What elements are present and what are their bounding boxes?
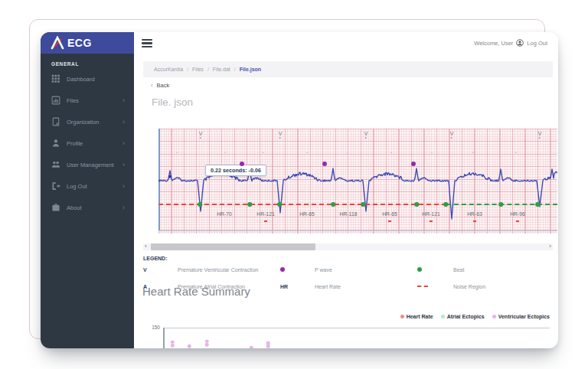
sidebar-item-label: About xyxy=(67,204,122,211)
y-axis-tick-150: 150 xyxy=(146,325,160,330)
sidebar-item-files[interactable]: Files› xyxy=(41,90,134,111)
page-title: File. json xyxy=(152,96,193,108)
p-wave-marker-dot xyxy=(322,162,327,166)
breadcrumb-separator: / xyxy=(187,67,188,72)
chevron-right-icon: › xyxy=(122,162,125,168)
scrollbar-thumb[interactable] xyxy=(151,243,315,250)
chevron-left-icon: ‹ xyxy=(151,82,153,89)
chevron-right-icon: › xyxy=(122,97,125,104)
logout-link[interactable]: Log Out xyxy=(527,40,547,47)
logout-icon xyxy=(51,181,60,191)
breadcrumb-item[interactable]: Files xyxy=(192,67,204,72)
ecg-strip-chart[interactable]: 0.22 seconds: -0.06 VVVVVHR-70HR-121HR-6… xyxy=(158,129,557,233)
summary-legend-label: Ventricular Ectopics xyxy=(498,314,550,319)
scroll-left-icon[interactable]: ‹ xyxy=(145,243,147,250)
user-avatar-icon[interactable] xyxy=(516,39,524,47)
time-tick-dot xyxy=(472,152,474,153)
breadcrumb-item[interactable]: File.dat xyxy=(213,67,230,72)
user-area: Welcome, User Log Out xyxy=(474,39,547,47)
beat-marker-dot xyxy=(331,202,335,207)
pvc-v-marker: V xyxy=(199,131,203,139)
sidebar-item-log-out[interactable]: Log Out› xyxy=(41,175,134,197)
back-label: Back xyxy=(157,82,170,89)
ventricular-ectopic-point xyxy=(171,344,175,348)
legend-text: Beat xyxy=(453,267,464,273)
chevron-right-icon: › xyxy=(122,140,125,147)
summary-legend-label: Heart Rate xyxy=(407,314,433,319)
time-tick-dot xyxy=(224,152,226,153)
summary-gridline xyxy=(163,328,550,328)
ventricular-ectopic-point xyxy=(266,341,270,345)
noise-region-legend-dash xyxy=(417,286,428,287)
hr-label: HR-70 xyxy=(217,211,232,217)
beat-marker-dot xyxy=(498,202,503,207)
ventricular-ectopic-point xyxy=(250,346,253,348)
ecg-waveform xyxy=(158,129,557,233)
hamburger-menu-icon[interactable] xyxy=(142,39,152,49)
p-wave-marker-dot xyxy=(240,162,244,166)
chevron-right-icon: › xyxy=(122,119,125,126)
noise-subtick xyxy=(430,220,433,222)
time-tick-dot xyxy=(431,152,433,153)
noise-subtick xyxy=(264,220,267,222)
hr-label: HR-65 xyxy=(299,211,315,217)
organization-icon xyxy=(51,117,60,126)
noise-subtick xyxy=(388,220,391,222)
sidebar-item-profile[interactable]: Profile› xyxy=(41,132,134,154)
legend-title: LEGEND: xyxy=(143,256,168,261)
beat-legend-dot xyxy=(417,267,422,272)
beat-marker-dot xyxy=(361,202,365,207)
beat-marker-dot xyxy=(277,202,282,207)
scroll-right-icon[interactable]: › xyxy=(549,243,551,250)
summary-legend-dot xyxy=(492,315,496,318)
time-tick-dot xyxy=(263,152,264,153)
sidebar-item-dashboard[interactable]: Dashboard xyxy=(41,68,134,90)
hr-label: HR-65 xyxy=(382,211,397,217)
sidebar-item-label: Organization xyxy=(67,119,122,126)
sidebar-items: DashboardFiles›Organization›Profile›User… xyxy=(41,68,134,218)
logo-lambda-icon xyxy=(50,36,67,50)
ventricular-ectopic-point xyxy=(266,345,270,348)
hr-label: HR-121 xyxy=(256,211,274,217)
breadcrumb-active: File.json xyxy=(240,67,261,72)
hr-label: HR-118 xyxy=(340,211,358,217)
breadcrumb-separator: / xyxy=(207,67,209,72)
measurement-tooltip: 0.22 seconds: -0.06 xyxy=(205,165,266,176)
beat-marker-dot xyxy=(414,202,419,207)
sidebar-item-label: Files xyxy=(67,97,122,104)
summary-legend-item[interactable]: Atrial Ectopics xyxy=(441,314,485,319)
breadcrumb-item[interactable]: AccurKardia xyxy=(154,67,183,72)
legend-text: Noise Region xyxy=(453,284,485,289)
sidebar-section-label: GENERAL xyxy=(51,61,134,67)
sidebar-item-user-management[interactable]: User Management› xyxy=(41,154,134,175)
legend-text: P wave xyxy=(315,267,417,273)
topbar: Welcome, User Log Out xyxy=(134,32,558,55)
dashboard-grid-icon xyxy=(51,74,60,83)
ventricular-ectopic-point xyxy=(205,343,209,347)
ventricular-ectopic-point xyxy=(188,345,191,348)
breadcrumb: AccurKardia/Files/File.dat/File.json xyxy=(143,61,553,77)
sidebar-item-label: Log Out xyxy=(67,183,122,190)
hr-label: HR-96 xyxy=(510,211,525,217)
back-button[interactable]: ‹Back xyxy=(151,82,169,89)
time-tick-dot xyxy=(515,152,517,153)
hr-label: HR-63 xyxy=(467,211,482,217)
sidebar-item-label: Profile xyxy=(67,140,122,147)
summary-legend-item[interactable]: Heart Rate xyxy=(400,314,433,319)
heart-rate-summary-title: Heart Rate Summary xyxy=(142,285,250,298)
summary-legend-item[interactable]: Ventricular Ectopics xyxy=(492,314,550,319)
horizontal-scrollbar[interactable]: ‹ › xyxy=(143,243,553,250)
pvc-v-marker: V xyxy=(538,131,542,139)
beat-marker-dot xyxy=(535,202,540,207)
sidebar-item-label: User Management xyxy=(67,162,122,168)
sidebar: ECG GENERAL DashboardFiles›Organization›… xyxy=(41,32,134,348)
summary-legend-label: Atrial Ectopics xyxy=(447,314,485,319)
summary-chart-legend: Heart RateAtrial EctopicsVentricular Ect… xyxy=(400,314,550,319)
sidebar-item-organization[interactable]: Organization› xyxy=(41,111,134,132)
profile-icon xyxy=(51,139,60,148)
legend-text: Premature Ventricular Contraction xyxy=(178,267,280,273)
breadcrumb-separator: / xyxy=(234,67,236,72)
hr-label: HR-121 xyxy=(422,211,439,217)
sidebar-item-about[interactable]: About› xyxy=(41,197,134,218)
user-management-icon xyxy=(51,160,60,169)
